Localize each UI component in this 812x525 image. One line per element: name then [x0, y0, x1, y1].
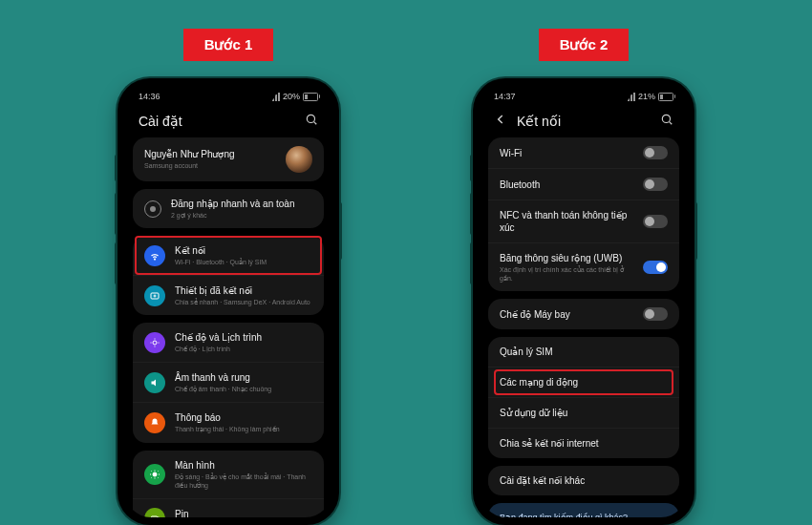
conn-item-data-usage[interactable]: Sử dụng dữ liệu	[488, 397, 679, 428]
svg-point-2	[155, 259, 156, 260]
svg-rect-7	[152, 516, 158, 517]
conn-item-airplane[interactable]: Chế độ Máy bay	[488, 299, 679, 329]
modes-icon	[144, 332, 165, 353]
settings-item-sound[interactable]: Âm thanh và rung Chế độ âm thanh · Nhạc …	[133, 362, 324, 402]
account-row[interactable]: Nguyễn Như Phượng Samsung account	[133, 137, 324, 181]
bulb-icon	[144, 200, 161, 218]
svg-point-5	[153, 341, 157, 345]
svg-line-1	[314, 122, 317, 125]
phone-frame-1: 14:36 20% Cài đặt Nguyễn Như Phượng	[118, 78, 339, 525]
promo-card[interactable]: Bạn đang tìm kiếm điều gì khác? Samsung …	[488, 503, 679, 517]
conn-item-mobile-networks[interactable]: Các mạng di động	[488, 367, 679, 397]
conn-item-uwb[interactable]: Băng thông siêu rộng (UWB) Xác định vị t…	[488, 242, 679, 291]
toggle-bluetooth[interactable]	[643, 178, 668, 191]
svg-point-0	[307, 115, 314, 122]
settings-item-notif[interactable]: Thông báo Thanh trạng thái · Không làm p…	[133, 402, 324, 442]
sound-icon	[144, 372, 165, 393]
conn-item-share-internet[interactable]: Chia sẻ kết nối internet	[488, 428, 679, 458]
conn-item-bluetooth[interactable]: Bluetooth	[488, 168, 679, 200]
page-header: Cài đặt	[125, 103, 331, 137]
promo-title: Bạn đang tìm kiếm điều gì khác?	[500, 513, 668, 517]
quick-login-sub: 2 gợi ý khác	[171, 211, 312, 220]
settings-item-battery[interactable]: Pin Tiết kiệm pin · Sạc	[133, 498, 324, 517]
battery-icon	[658, 93, 673, 101]
phone-frame-2: 14:37 21% Kết nối Wi-Fi	[473, 78, 694, 525]
wifi-icon	[144, 245, 165, 266]
page-title: Cài đặt	[139, 114, 305, 129]
quick-login-row[interactable]: Đăng nhập nhanh và an toàn 2 gợi ý khác	[133, 189, 324, 228]
settings-item-modes[interactable]: Chế độ và Lịch trình Chế độ · Lịch trình	[133, 323, 324, 362]
battery-text: 20%	[283, 92, 300, 101]
display-icon	[144, 464, 165, 485]
account-name: Nguyễn Như Phượng	[144, 148, 276, 160]
step-badge-1: Bước 1	[183, 29, 274, 61]
connections-sub: Wi-Fi · Bluetooth · Quản lý SIM	[175, 258, 312, 266]
svg-point-4	[154, 295, 156, 297]
devices-icon	[144, 285, 165, 306]
conn-item-sim[interactable]: Quản lý SIM	[488, 337, 679, 367]
step-2-wrapper: Bước 2 14:37 21% Kết nối	[473, 29, 694, 525]
toggle-nfc[interactable]	[643, 215, 668, 228]
svg-line-10	[670, 122, 673, 125]
svg-rect-3	[151, 293, 159, 299]
toggle-wifi[interactable]	[643, 146, 668, 159]
toggle-uwb[interactable]	[643, 261, 668, 274]
page-title: Kết nối	[517, 114, 660, 129]
account-sub: Samsung account	[144, 161, 276, 170]
search-icon[interactable]	[660, 113, 673, 130]
status-right: 21%	[625, 92, 673, 101]
page-header: Kết nối	[481, 103, 687, 137]
quick-login-title: Đăng nhập nhanh và an toàn	[171, 198, 312, 210]
toggle-airplane[interactable]	[643, 307, 668, 321]
step-1-wrapper: Bước 1 14:36 20% Cài đặt	[118, 29, 339, 525]
back-button[interactable]	[494, 113, 507, 130]
settings-item-connections[interactable]: Kết nối Wi-Fi · Bluetooth · Quản lý SIM	[133, 236, 324, 275]
conn-item-more[interactable]: Cài đặt kết nối khác	[488, 466, 679, 495]
battery-text: 21%	[638, 92, 655, 101]
settings-item-conn-devices[interactable]: Thiết bị đã kết nối Chia sẻ nhanh · Sams…	[133, 275, 324, 315]
battery-icon	[303, 93, 318, 101]
step-badge-2: Bước 2	[539, 29, 630, 61]
conn-item-wifi[interactable]: Wi-Fi	[488, 137, 679, 168]
status-time: 14:36	[139, 92, 160, 101]
conn-item-nfc[interactable]: NFC và thanh toán không tiếp xúc	[488, 200, 679, 242]
connections-title: Kết nối	[175, 244, 312, 257]
search-icon[interactable]	[305, 113, 318, 130]
status-time: 14:37	[494, 92, 516, 101]
status-right: 20%	[269, 92, 318, 101]
svg-point-9	[662, 115, 670, 122]
battery-setting-icon	[144, 508, 165, 517]
settings-item-display[interactable]: Màn hình Độ sáng · Bảo vệ cho mắt thoải …	[133, 451, 324, 498]
svg-point-6	[153, 472, 157, 476]
bell-icon	[144, 412, 165, 433]
avatar[interactable]	[286, 146, 312, 173]
